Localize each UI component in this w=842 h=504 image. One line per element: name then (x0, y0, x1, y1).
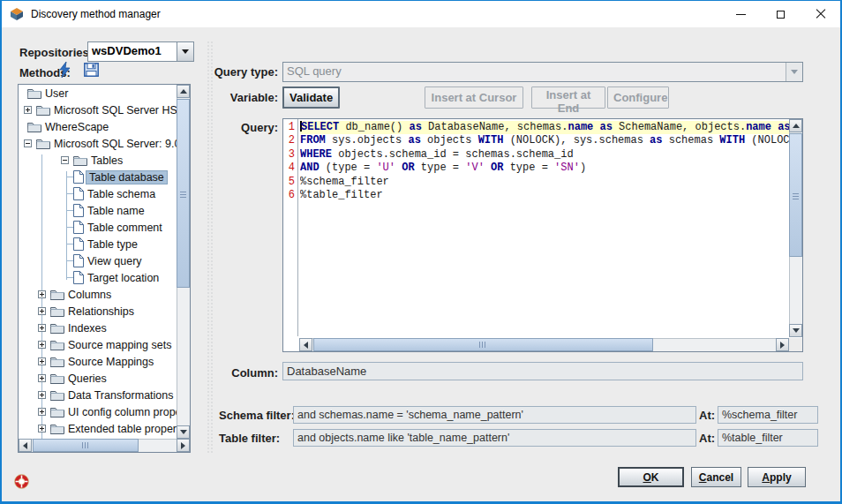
scroll-right-button[interactable] (177, 439, 190, 452)
scrollbar-thumb[interactable] (177, 99, 190, 288)
tree-expander-minus-icon[interactable] (61, 156, 69, 164)
maximize-button[interactable] (761, 1, 801, 27)
insert-at-cursor-button[interactable]: Insert at Cursor (425, 87, 523, 109)
scroll-down-button[interactable] (177, 425, 190, 439)
tree-item-microsoft-sql-server-hs-9[interactable]: Microsoft SQL Server HS: 9 (19, 102, 177, 118)
close-button[interactable] (801, 1, 840, 27)
page-icon (73, 170, 84, 184)
thumb-grip (180, 190, 186, 198)
methods-refresh-icon[interactable] (58, 62, 71, 79)
tree-item-target-location[interactable]: Target location (19, 269, 177, 286)
cancel-button[interactable]: Cancel (691, 467, 741, 487)
table-at-field[interactable]: %table_filter (718, 429, 818, 447)
tree-expander-minus-icon[interactable] (24, 139, 32, 147)
tree-expander-plus-icon[interactable] (38, 425, 46, 433)
tree-item-label: Tables (91, 154, 123, 167)
scrollbar-thumb[interactable] (33, 439, 139, 452)
schema-filter-label: Schema filter: (219, 409, 295, 422)
tree-item-source-mappings[interactable]: Source Mappings (19, 353, 177, 370)
scrollbar-thumb[interactable] (789, 133, 802, 257)
tree-item-ui-config-column-prope[interactable]: UI config column prope (19, 403, 177, 420)
tree-connector-tick (66, 244, 73, 244)
apply-button[interactable]: Apply (748, 467, 806, 487)
tree-item-label: Table type (87, 238, 138, 251)
tree-item-data-transformations[interactable]: Data Transformations (19, 387, 177, 403)
column-label: Column: (214, 366, 278, 380)
scroll-right-button[interactable] (776, 338, 789, 351)
tree-item-table-name[interactable]: Table name (19, 202, 177, 219)
tree-vertical-scrollbar[interactable] (177, 85, 190, 439)
code-line-1: SELECT db_name() as DatabaseName, schema… (300, 121, 789, 134)
editor-horizontal-scrollbar[interactable] (299, 338, 789, 351)
tree-item-table-comment[interactable]: Table comment (19, 219, 177, 236)
column-field[interactable]: DatabaseName (282, 362, 803, 380)
thumb-grip (793, 192, 799, 199)
schema-at-field[interactable]: %schema_filter (718, 406, 818, 424)
tree-item-columns[interactable]: Columns (19, 286, 177, 303)
tree-item-label: Data Transformations (68, 389, 174, 402)
method-tree-rows: UserMicrosoft SQL Server HS: 9WhereScape… (19, 85, 177, 439)
folder-icon (73, 154, 87, 166)
table-at-label: At: (699, 432, 715, 445)
schema-at-label: At: (699, 409, 715, 422)
scroll-up-button[interactable] (789, 119, 802, 132)
tree-expander-plus-icon[interactable] (38, 391, 46, 399)
tree-item-extended-table-propert[interactable]: Extended table propert (19, 420, 177, 437)
table-filter-field[interactable]: and objects.name like 'table_name_patter… (293, 429, 696, 447)
page-icon (73, 254, 84, 267)
minimize-button[interactable] (721, 1, 761, 27)
tree-expander-plus-icon[interactable] (38, 408, 46, 416)
tree-connector-tick (66, 277, 73, 278)
app-icon (10, 7, 24, 21)
tree-item-table-type[interactable]: Table type (19, 236, 177, 252)
code-line-4: AND (type = 'U' OR type = 'V' OR type = … (300, 162, 789, 175)
tree-item-label: Table schema (87, 188, 155, 200)
tree-item-source-mapping-sets[interactable]: Source mapping sets (19, 336, 177, 353)
insert-at-end-button[interactable]: Insert at End (531, 87, 605, 109)
title-bar: Discovery method manager (2, 1, 840, 27)
validate-button[interactable]: Validate (282, 87, 340, 109)
tree-item-table-database[interactable]: Table database (19, 169, 177, 185)
schema-filter-field[interactable]: and schemas.name = 'schema_name_pattern' (293, 406, 696, 424)
tree-connector-tick (66, 260, 73, 261)
tree-item-user[interactable]: User (19, 85, 177, 102)
tree-item-relationships[interactable]: Relationships (19, 303, 177, 320)
tree-connector-tick (66, 210, 73, 211)
tree-item-table-schema[interactable]: Table schema (19, 185, 177, 202)
repositories-combobox-arrow[interactable] (177, 42, 193, 61)
tree-item-indexes[interactable]: Indexes (19, 320, 177, 336)
methods-save-icon[interactable] (84, 63, 99, 77)
tree-expander-plus-icon[interactable] (38, 357, 46, 365)
tree-expander-plus-icon[interactable] (38, 341, 46, 349)
help-icon[interactable] (14, 474, 29, 489)
page-icon (73, 237, 84, 251)
tree-horizontal-scrollbar[interactable] (19, 439, 190, 452)
tree-item-queries[interactable]: Queries (19, 370, 177, 387)
tree-expander-plus-icon[interactable] (38, 324, 46, 332)
ok-button[interactable]: OK (618, 467, 684, 487)
page-icon (73, 221, 84, 234)
folder-icon (50, 372, 64, 384)
page-icon (73, 204, 84, 217)
repositories-combobox[interactable]: wsDVDemo1 (87, 41, 194, 62)
scroll-left-button[interactable] (19, 439, 32, 452)
scrollbar-thumb[interactable] (313, 338, 653, 351)
configure-button[interactable]: Configure (607, 87, 669, 109)
scroll-down-button[interactable] (789, 324, 802, 337)
query-editor[interactable]: 123456 SELECT db_name() as DatabaseName,… (282, 118, 803, 352)
tree-item-wherescape[interactable]: WhereScape (19, 118, 177, 135)
scroll-up-button[interactable] (177, 85, 190, 98)
tree-item-label: WhereScape (45, 121, 109, 133)
tree-expander-plus-icon[interactable] (38, 307, 46, 315)
code-area[interactable]: SELECT db_name() as DatabaseName, schema… (300, 121, 789, 336)
tree-expander-plus-icon[interactable] (38, 374, 46, 382)
tree-expander-plus-icon[interactable] (38, 290, 46, 298)
tree-item-microsoft-sql-server-9-0[interactable]: Microsoft SQL Server: 9.0 - (19, 135, 177, 152)
tree-item-view-query[interactable]: View query (19, 252, 177, 269)
query-type-label: Query type: (214, 65, 278, 79)
tree-item-label: Table database (86, 170, 168, 184)
editor-vertical-scrollbar[interactable] (789, 119, 802, 337)
tree-item-tables[interactable]: Tables (19, 152, 177, 169)
tree-expander-plus-icon[interactable] (24, 106, 32, 114)
scroll-left-button[interactable] (299, 338, 312, 351)
